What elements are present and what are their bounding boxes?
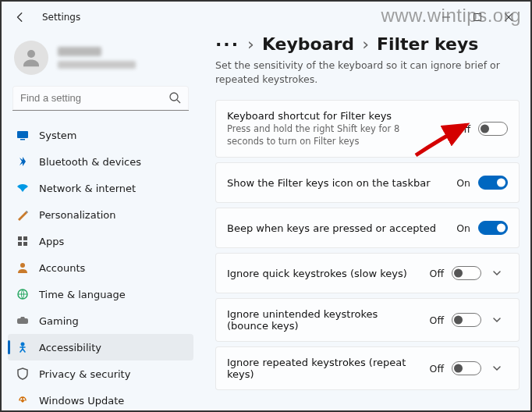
- chevron-right-icon: ›: [362, 34, 369, 54]
- accessibility-icon: [16, 340, 30, 354]
- svg-line-4: [177, 100, 180, 103]
- shield-icon: [16, 367, 30, 381]
- toggle-switch[interactable]: [452, 313, 481, 327]
- window-title: Settings: [42, 12, 80, 23]
- close-button[interactable]: [493, 6, 524, 28]
- svg-rect-1: [474, 14, 481, 21]
- toggle-switch[interactable]: [478, 176, 508, 190]
- personalization-icon: [16, 208, 30, 222]
- sidebar-item-label: Gaming: [39, 315, 79, 327]
- setting-row: Ignore repeated keystrokes (repeat keys)…: [215, 346, 520, 390]
- setting-title: Show the Filter keys icon on the taskbar: [227, 177, 449, 189]
- bluetooth-icon: [16, 154, 30, 169]
- toggle-state-label: Off: [430, 314, 444, 326]
- toggle-state-label: On: [456, 177, 470, 189]
- main-panel: ··· › Keyboard › Filter keys Set the sen…: [200, 33, 530, 410]
- system-icon: [16, 128, 30, 142]
- accounts-icon: [16, 261, 30, 275]
- svg-point-3: [170, 93, 178, 101]
- page-description: Set the sensitivity of the keyboard so i…: [215, 59, 504, 86]
- sidebar-item-system[interactable]: System: [8, 122, 193, 148]
- toggle-switch[interactable]: [452, 361, 481, 375]
- sidebar-item-label: Windows Update: [39, 395, 124, 407]
- sidebar-item-label: Time & language: [39, 289, 126, 300]
- toggle-switch[interactable]: [478, 221, 508, 235]
- search-input[interactable]: [12, 86, 189, 111]
- sidebar-item-apps[interactable]: Apps: [8, 228, 193, 254]
- toggle-switch[interactable]: [452, 266, 481, 280]
- sidebar-item-privacy-security[interactable]: Privacy & security: [8, 360, 193, 387]
- setting-row: Ignore unintended keystrokes (bounce key…: [215, 298, 520, 342]
- sidebar-item-accessibility[interactable]: Accessibility: [8, 334, 193, 360]
- svg-point-2: [27, 50, 35, 58]
- maximize-button[interactable]: [462, 6, 493, 28]
- svg-rect-7: [18, 236, 22, 240]
- setting-subtitle: Press and hold the right Shift key for 8…: [227, 123, 430, 147]
- svg-point-13: [21, 343, 25, 346]
- toggle-state-label: Off: [430, 268, 444, 279]
- breadcrumb-parent[interactable]: Keyboard: [262, 34, 354, 54]
- setting-title: Ignore quick keystrokes (slow keys): [227, 268, 422, 279]
- sidebar: SystemBluetooth & devicesNetwork & inter…: [2, 33, 200, 410]
- apps-icon: [16, 234, 30, 248]
- toggle-state-label: Off: [456, 123, 470, 135]
- sidebar-item-accounts[interactable]: Accounts: [8, 254, 193, 281]
- setting-row: Keyboard shortcut for Filter keysPress a…: [215, 100, 520, 158]
- titlebar: Settings: [2, 2, 530, 33]
- svg-rect-9: [18, 242, 22, 246]
- user-account-row[interactable]: [8, 36, 193, 86]
- breadcrumb-overflow[interactable]: ···: [215, 34, 239, 54]
- sidebar-item-gaming[interactable]: Gaming: [8, 307, 193, 334]
- breadcrumb: ··· › Keyboard › Filter keys: [215, 34, 520, 54]
- toggle-switch[interactable]: [478, 122, 508, 136]
- setting-row: Ignore quick keystrokes (slow keys)Off: [215, 253, 520, 293]
- update-icon: [16, 393, 30, 407]
- sidebar-item-label: Apps: [39, 236, 64, 247]
- setting-title: Keyboard shortcut for Filter keys: [227, 110, 449, 122]
- toggle-state-label: On: [456, 222, 470, 234]
- sidebar-item-label: Privacy & security: [39, 368, 130, 380]
- sidebar-item-windows-update[interactable]: Windows Update: [8, 387, 193, 410]
- svg-rect-6: [20, 139, 25, 140]
- chevron-right-icon: ›: [247, 34, 254, 54]
- sidebar-item-label: System: [39, 130, 76, 141]
- sidebar-item-label: Bluetooth & devices: [39, 156, 141, 168]
- setting-row: Show the Filter keys icon on the taskbar…: [215, 162, 520, 203]
- toggle-state-label: Off: [430, 363, 444, 375]
- setting-title: Beep when keys are pressed or accepted: [227, 222, 449, 234]
- svg-point-11: [20, 263, 25, 268]
- sidebar-item-time-language[interactable]: Time & language: [8, 281, 193, 307]
- sidebar-item-label: Personalization: [39, 209, 116, 221]
- expand-chevron-icon[interactable]: [486, 268, 508, 278]
- sidebar-item-label: Network & internet: [39, 183, 136, 194]
- breadcrumb-current: Filter keys: [377, 34, 478, 54]
- minimize-button[interactable]: [431, 6, 462, 28]
- user-name-blurred: [58, 47, 101, 56]
- user-email-blurred: [58, 61, 136, 69]
- svg-rect-10: [23, 242, 27, 246]
- sidebar-item-bluetooth-devices[interactable]: Bluetooth & devices: [8, 148, 193, 175]
- setting-row: Beep when keys are pressed or acceptedOn: [215, 208, 520, 248]
- sidebar-item-personalization[interactable]: Personalization: [8, 201, 193, 228]
- sidebar-item-label: Accessibility: [39, 342, 101, 353]
- back-button[interactable]: [8, 5, 33, 30]
- expand-chevron-icon[interactable]: [486, 315, 508, 325]
- globe-icon: [16, 287, 30, 301]
- svg-rect-5: [17, 131, 28, 138]
- search-icon: [168, 91, 181, 104]
- sidebar-item-network-internet[interactable]: Network & internet: [8, 175, 193, 201]
- svg-rect-8: [23, 236, 27, 240]
- setting-title: Ignore repeated keystrokes (repeat keys): [227, 357, 422, 380]
- sidebar-item-label: Accounts: [39, 262, 85, 274]
- gaming-icon: [16, 314, 30, 328]
- avatar: [14, 41, 48, 75]
- setting-title: Ignore unintended keystrokes (bounce key…: [227, 308, 422, 332]
- expand-chevron-icon[interactable]: [486, 364, 508, 373]
- wifi-icon: [16, 181, 30, 195]
